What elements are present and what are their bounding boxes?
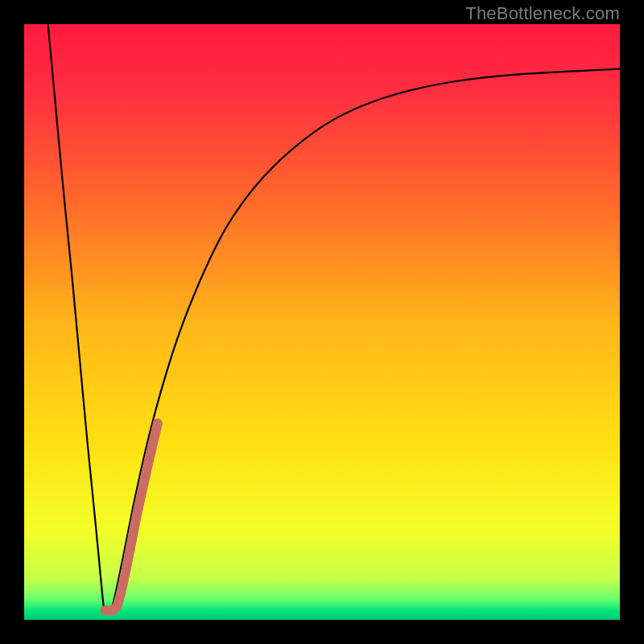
chart-frame: TheBottleneck.com (0, 0, 644, 644)
gradient-background (24, 24, 620, 620)
chart-svg (24, 24, 620, 620)
chart-plot-area (24, 24, 620, 620)
watermark-text: TheBottleneck.com (465, 3, 620, 24)
